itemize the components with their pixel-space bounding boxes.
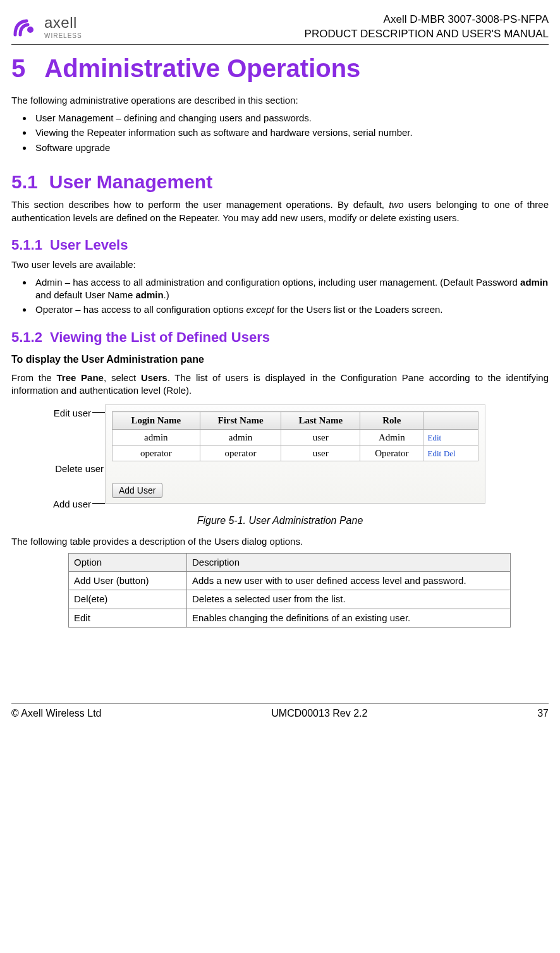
- users-table: Login Name First Name Last Name Role adm…: [112, 411, 478, 461]
- chapter-title: Administrative Operations: [44, 54, 360, 82]
- page-header: axell WIRELESS Axell D-MBR 3007-3008-PS-…: [11, 13, 549, 45]
- section-title: User Management: [49, 171, 212, 192]
- table-row: admin admin user Admin Edit: [113, 429, 478, 445]
- cell-role: Admin: [360, 429, 423, 445]
- text-run-italic: except: [247, 304, 274, 315]
- cell-role: Operator: [360, 445, 423, 461]
- subsection-title: Viewing the List of Defined Users: [50, 329, 270, 345]
- table-row: Add User (button) Adds a new user with t…: [69, 572, 511, 590]
- col-login-name: Login Name: [113, 412, 200, 429]
- text-run: and default User Name: [35, 289, 135, 300]
- page-footer: © Axell Wireless Ltd UMCD00013 Rev 2.2 3…: [11, 703, 549, 720]
- list-item: User Management – defining and changing …: [33, 112, 549, 124]
- cell-description: Deletes a selected user from the list.: [187, 590, 511, 609]
- footer-doc-rev: UMCD00013 Rev 2.2: [271, 707, 367, 720]
- col-first-name: First Name: [200, 412, 281, 429]
- doc-title: PRODUCT DESCRIPTION AND USER'S MANUAL: [305, 27, 549, 42]
- cell-last: user: [281, 429, 360, 445]
- subsection-title: User Levels: [50, 237, 128, 253]
- table-row: Del(ete) Deletes a selected user from th…: [69, 590, 511, 609]
- table-header-row: Login Name First Name Last Name Role: [113, 412, 478, 429]
- cell-option: Add User (button): [69, 572, 187, 590]
- text-run: From the: [11, 372, 56, 383]
- text-run-bold: admin: [135, 289, 163, 300]
- table-row: Edit Enables changing the definitions of…: [69, 609, 511, 627]
- cell-first: admin: [200, 429, 281, 445]
- intro-paragraph: The following administrative operations …: [11, 94, 549, 107]
- text-run: Admin – has access to all administration…: [35, 277, 520, 288]
- intro-bullet-list: User Management – defining and changing …: [11, 112, 549, 154]
- subsection-number: 5.1.2: [11, 329, 42, 345]
- cell-login: admin: [113, 429, 200, 445]
- table-header-row: Option Description: [69, 553, 511, 571]
- cell-description: Adds a new user with to user defined acc…: [187, 572, 511, 590]
- list-item: Viewing the Repeater information such as…: [33, 126, 549, 139]
- text-run: .): [164, 289, 169, 300]
- subsection-heading: 5.1.1User Levels: [11, 236, 549, 255]
- user-admin-figure: Edit user Delete user Add user Login Nam…: [56, 404, 549, 504]
- text-run-bold: Tree Pane: [56, 372, 104, 383]
- subsection-number: 5.1.1: [11, 237, 42, 253]
- text-run: for the Users list or the Loaders screen…: [274, 304, 443, 315]
- user-levels-list: Admin – has access to all administration…: [11, 276, 549, 317]
- text-run: This section describes how to perform th…: [11, 199, 389, 210]
- cell-last: user: [281, 445, 360, 461]
- chapter-number: 5: [11, 54, 25, 82]
- section-paragraph: This section describes how to perform th…: [11, 198, 549, 224]
- text-run: , select: [104, 372, 141, 383]
- figure-caption: Figure 5-1. User Administration Pane: [11, 514, 549, 528]
- cell-option: Del(ete): [69, 590, 187, 609]
- options-lead: The following table provides a descripti…: [11, 535, 549, 548]
- footer-copyright: © Axell Wireless Ltd: [11, 707, 102, 720]
- table-row: operator operator user Operator Edit Del: [113, 445, 478, 461]
- brand-subtitle: WIRELESS: [44, 32, 82, 40]
- logo-block: axell WIRELESS: [11, 13, 82, 42]
- callout-delete-user: Delete user: [38, 463, 104, 475]
- section-number: 5.1: [11, 171, 38, 192]
- delete-link[interactable]: Del: [444, 449, 456, 458]
- text-run-bold: Users: [141, 372, 167, 383]
- wireless-logo-icon: [11, 16, 40, 39]
- add-user-button[interactable]: Add User: [112, 483, 162, 498]
- brand-name: axell: [44, 13, 82, 33]
- chapter-heading: 5Administrative Operations: [11, 51, 549, 85]
- options-table: Option Description Add User (button) Add…: [68, 553, 511, 628]
- col-description: Description: [187, 553, 511, 571]
- doc-model: Axell D-MBR 3007-3008-PS-NFPA: [305, 13, 549, 27]
- cell-first: operator: [200, 445, 281, 461]
- col-role: Role: [360, 412, 423, 429]
- logo-text-block: axell WIRELESS: [44, 13, 82, 42]
- edit-link[interactable]: Edit: [427, 433, 441, 442]
- list-item: Software upgrade: [33, 142, 549, 154]
- cell-description: Enables changing the definitions of an e…: [187, 609, 511, 627]
- text-run-italic: two: [389, 199, 403, 210]
- section-heading: 5.1User Management: [11, 169, 549, 195]
- list-item: Operator – has access to all configurati…: [33, 303, 549, 316]
- header-right: Axell D-MBR 3007-3008-PS-NFPA PRODUCT DE…: [305, 13, 549, 42]
- subsection-heading: 5.1.2Viewing the List of Defined Users: [11, 328, 549, 347]
- col-actions: [423, 412, 478, 429]
- text-run: Operator – has access to all configurati…: [35, 304, 247, 315]
- cell-login: operator: [113, 445, 200, 461]
- procedure-heading: To display the User Administration pane: [11, 353, 549, 367]
- procedure-paragraph: From the Tree Pane, select Users. The li…: [11, 372, 549, 398]
- callout-edit-user: Edit user: [38, 407, 91, 420]
- edit-link[interactable]: Edit: [427, 449, 441, 458]
- svg-point-0: [27, 27, 33, 33]
- cell-option: Edit: [69, 609, 187, 627]
- subsection-lead: Two user levels are available:: [11, 258, 549, 271]
- list-item: Admin – has access to all administration…: [33, 276, 549, 302]
- col-option: Option: [69, 553, 187, 571]
- col-last-name: Last Name: [281, 412, 360, 429]
- text-run-bold: admin: [520, 277, 548, 288]
- footer-page-number: 37: [537, 707, 549, 720]
- callout-add-user: Add user: [38, 498, 91, 511]
- user-admin-pane: Login Name First Name Last Name Role adm…: [105, 404, 485, 504]
